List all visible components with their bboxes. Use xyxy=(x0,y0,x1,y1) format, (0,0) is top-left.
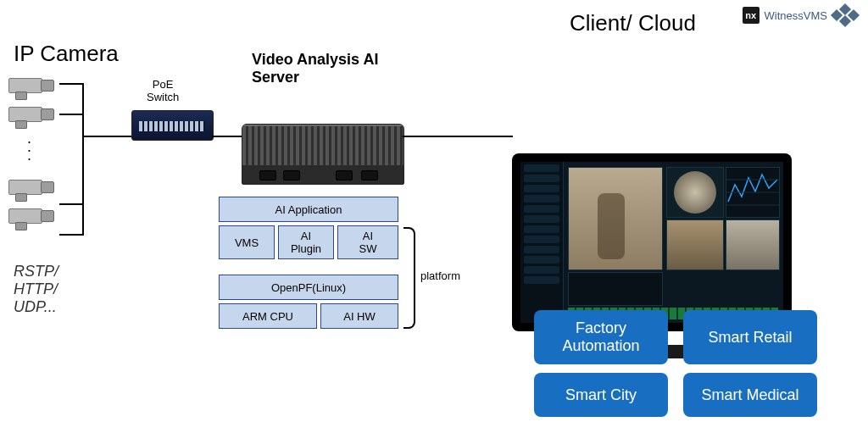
stack-ai-hw: AI HW xyxy=(320,303,398,329)
ip-camera-icon xyxy=(8,102,59,125)
video-tile-fisheye xyxy=(666,167,724,218)
usecase-smart-city: Smart City xyxy=(534,373,668,417)
ellipsis-icon: ··· xyxy=(27,137,59,163)
connector-line xyxy=(59,114,82,115)
usecase-smart-retail: Smart Retail xyxy=(683,310,817,364)
connector-line xyxy=(59,83,82,85)
stack-openpf: OpenPF(Linux) xyxy=(219,275,398,300)
ip-camera-icon xyxy=(8,203,59,227)
video-tile-main xyxy=(568,167,663,270)
video-tile-small xyxy=(726,219,780,270)
connector-line xyxy=(403,136,513,137)
person-silhouette-icon xyxy=(598,193,625,259)
section-title-ip-camera: IP Camera xyxy=(14,41,119,67)
brace-icon xyxy=(403,227,415,329)
video-tile-small xyxy=(666,219,724,270)
connector-line xyxy=(59,203,82,205)
camera-tree-sidebar xyxy=(520,162,564,323)
stack-ai-application: AI Application xyxy=(219,197,398,222)
stack-vms: VMS xyxy=(219,225,275,259)
section-title-ai-server: Video Analysis AI Server xyxy=(252,51,387,86)
vms-client-screen xyxy=(520,162,783,323)
platform-label: platform xyxy=(420,269,460,282)
hex-cluster-icon xyxy=(832,5,858,25)
settings-panel-tile xyxy=(568,272,663,306)
poe-switch-icon xyxy=(131,110,214,141)
ai-server-icon xyxy=(242,124,403,204)
usecase-factory-automation: Factory Automation xyxy=(534,310,668,364)
usecase-smart-medical: Smart Medical xyxy=(683,373,817,417)
stack-arm-cpu: ARM CPU xyxy=(219,303,317,329)
software-stack: AI Application VMS AI Plugin AI SW OpenP… xyxy=(219,197,397,341)
brand-name: WitnessVMS xyxy=(765,9,827,22)
ip-camera-icon xyxy=(8,175,59,198)
camera-group: ··· xyxy=(8,73,59,227)
stack-ai-sw: AI SW xyxy=(337,225,398,259)
protocols-label: RSTP/ HTTP/ UDP... xyxy=(14,263,58,316)
nx-badge-icon: nx xyxy=(743,7,760,24)
connector-line xyxy=(212,136,242,137)
connector-line xyxy=(82,83,84,236)
connector-line xyxy=(82,136,131,137)
stack-ai-plugin: AI Plugin xyxy=(278,225,334,259)
ip-camera-icon xyxy=(8,73,59,97)
switch-label: PoE Switch xyxy=(147,78,179,103)
connector-line xyxy=(59,234,82,236)
analytics-graph-tile xyxy=(726,167,780,218)
brand-logo: nx WitnessVMS xyxy=(743,5,858,25)
section-title-client-cloud: Client/ Cloud xyxy=(570,10,696,36)
